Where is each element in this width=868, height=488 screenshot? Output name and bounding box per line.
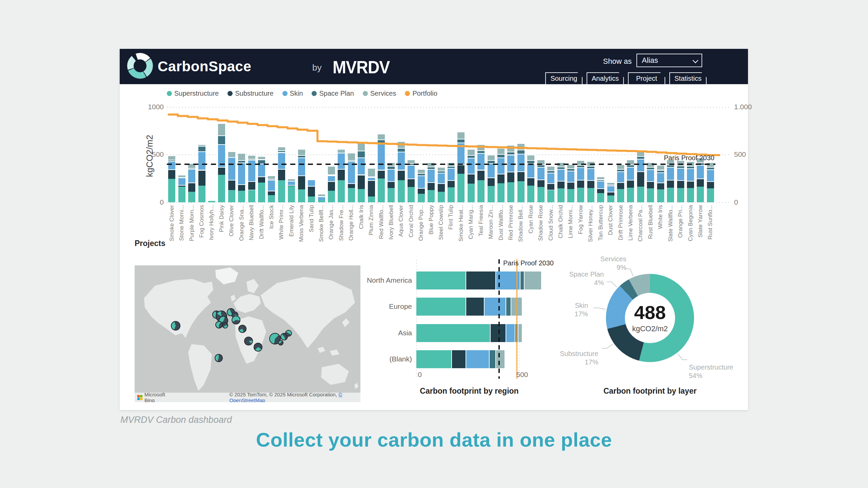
region-segment-skin[interactable] [466, 350, 489, 368]
region-segment-substructure[interactable] [466, 271, 495, 289]
region-x-tick: 0 [413, 371, 427, 379]
region-segment-substructure[interactable] [490, 324, 505, 342]
mvrdv-logo: MVRDV [333, 57, 390, 77]
region-x-tick: 500 [515, 371, 529, 379]
region-segment-services[interactable] [495, 350, 505, 368]
portfolio-line [167, 100, 736, 212]
image-caption: MVRDV Carbon dashboard [120, 415, 232, 425]
paris-proof-line [167, 164, 715, 165]
world-map [135, 265, 360, 402]
map-pie-marker[interactable] [222, 322, 228, 329]
region-chart-title: Carbon footprint by region [398, 387, 540, 396]
projects-map[interactable]: Microsoft Bing © 2025 TomTom, © 2025 Mic… [135, 265, 360, 402]
nav-tabs: SourcingAnalyticsProjectStatistics [545, 72, 707, 85]
tab-project[interactable]: Project [628, 72, 665, 85]
region-segment-space-plan[interactable] [489, 350, 495, 368]
legend-label: Substructure [235, 90, 273, 97]
region-bar-row[interactable] [416, 271, 541, 289]
projects-label: Projects [135, 239, 165, 248]
region-paris-label: Paris Proof 2030 [503, 259, 568, 267]
legend-dot-icon [405, 91, 410, 96]
region-segment-skin[interactable] [506, 324, 515, 342]
map-pie-marker[interactable] [244, 337, 253, 345]
map-pie-marker[interactable] [215, 354, 223, 362]
legend-label: Services [370, 90, 396, 97]
legend-dot-icon [167, 91, 172, 96]
donut-label-superstructure: Superstructure54% [689, 363, 733, 380]
microsoft-logo-icon [137, 395, 142, 400]
show-as-value: Alias [642, 56, 658, 64]
legend-label: Superstructure [174, 90, 219, 97]
tab-sourcing[interactable]: Sourcing [545, 72, 583, 85]
legend-item: Services [363, 90, 396, 97]
donut-label-skin: Skin17% [537, 301, 588, 318]
donut-label-substructure: Substructure17% [548, 350, 598, 367]
bing-logo-text: Microsoft Bing [144, 392, 172, 402]
carbonspace-logo-icon [127, 53, 153, 79]
map-pie-marker[interactable] [254, 343, 262, 352]
copyright-text: © 2025 TomTom, © 2025 Microsoft Corporat… [229, 392, 360, 402]
legend-item: Substructure [228, 90, 273, 97]
y-axis-label: kgCO2/m2 [144, 132, 155, 180]
legend-label: Portfolio [412, 90, 437, 97]
legend-dot-icon [282, 91, 288, 96]
legend-dot-icon [312, 91, 317, 96]
region-portfolio-line [516, 259, 517, 379]
chart-legend: SuperstructureSubstructureSkinSpace Plan… [167, 90, 437, 97]
page-headline: Collect your carbon data in one place [0, 428, 868, 451]
copyright-span: © 2025 TomTom, © 2025 Microsoft Corporat… [229, 392, 338, 397]
region-segment-superstructure[interactable] [416, 324, 490, 342]
show-as-label: Show as [581, 57, 632, 66]
donut-label-space-plan: Space Plan4% [553, 270, 604, 287]
map-pie-marker[interactable] [171, 321, 180, 331]
tab-statistics[interactable]: Statistics [669, 72, 707, 85]
brand-by: by [312, 62, 321, 73]
region-segment-space-plan[interactable] [520, 271, 524, 289]
region-segment-services[interactable] [524, 271, 541, 289]
map-attribution: Microsoft Bing © 2025 TomTom, © 2025 Mic… [135, 393, 360, 402]
legend-item: Portfolio [405, 90, 437, 97]
region-segment-substructure[interactable] [451, 350, 466, 368]
tab-analytics[interactable]: Analytics [587, 72, 624, 85]
donut-label-services: Services9% [575, 255, 626, 272]
paris-proof-label: Paris Proof 2030 [660, 154, 714, 162]
bing-logo: Microsoft Bing [137, 392, 172, 402]
y-tick-left: 0 [140, 198, 164, 206]
legend-item: Superstructure [167, 90, 219, 97]
region-segment-services[interactable] [518, 324, 522, 342]
map-pie-marker[interactable] [278, 340, 283, 345]
region-category-label: (Blank) [344, 355, 412, 363]
region-bar-row[interactable] [416, 350, 505, 368]
map-pie-marker[interactable] [215, 321, 223, 329]
region-segment-superstructure[interactable] [416, 271, 466, 289]
region-bar-row[interactable] [416, 324, 522, 342]
legend-dot-icon [363, 91, 368, 96]
region-segment-skin[interactable] [484, 298, 505, 316]
chevron-down-icon [693, 58, 698, 63]
legend-dot-icon [228, 91, 233, 96]
region-segment-superstructure[interactable] [416, 298, 466, 316]
region-segment-superstructure[interactable] [416, 350, 451, 368]
region-paris-line [498, 259, 500, 379]
app-header: CarbonSpace by MVRDV Show as Alias Sourc… [120, 49, 748, 84]
show-as-dropdown[interactable]: Alias [636, 54, 702, 67]
legend-item: Skin [282, 90, 303, 97]
donut-chart-title: Carbon footprint by layer [579, 387, 721, 396]
legend-item: Space Plan [312, 90, 354, 97]
region-segment-space-plan[interactable] [506, 298, 511, 316]
carbon-dashboard: CarbonSpace by MVRDV Show as Alias Sourc… [120, 49, 748, 410]
region-category-label: Europe [344, 302, 412, 311]
region-bar-row[interactable] [416, 298, 522, 316]
y-tick-left: 1000 [140, 103, 164, 111]
map-pie-marker[interactable] [238, 325, 246, 333]
map-pie-marker[interactable] [285, 330, 292, 337]
legend-label: Skin [290, 90, 303, 97]
region-category-label: North America [344, 276, 412, 284]
brand-title: CarbonSpace [158, 58, 251, 75]
y-tick-right: 1.000 [734, 103, 752, 111]
legend-label: Space Plan [319, 90, 354, 97]
region-segment-substructure[interactable] [466, 298, 484, 316]
map-pie-marker[interactable] [232, 316, 240, 324]
region-category-label: Asia [344, 329, 412, 337]
